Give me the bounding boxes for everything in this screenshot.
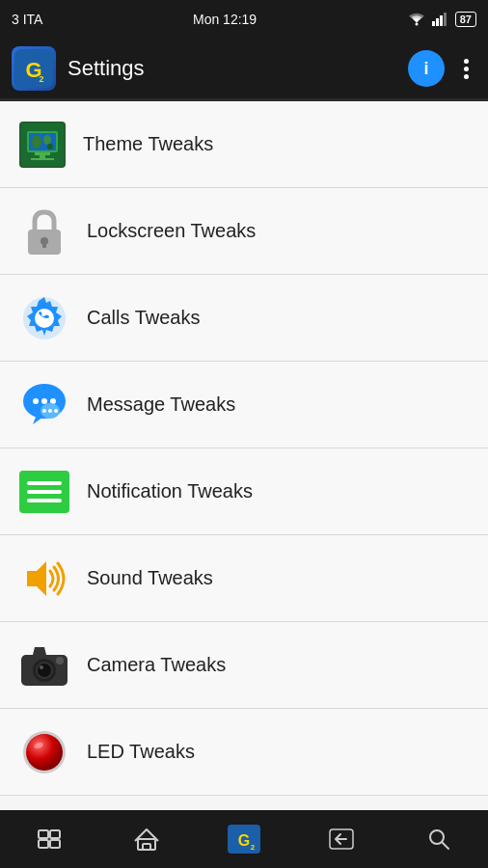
- svg-point-11: [32, 135, 41, 149]
- status-icons: 87: [407, 11, 476, 29]
- nav-home[interactable]: [97, 810, 195, 868]
- svg-point-36: [40, 665, 43, 669]
- overflow-dot: [464, 74, 469, 79]
- svg-rect-2: [436, 18, 439, 26]
- theme-icon: [19, 122, 66, 168]
- calls-icon: [19, 293, 69, 343]
- menu-label-camera: Camera Tweaks: [87, 654, 226, 676]
- menu-label-notification: Notification Tweaks: [87, 480, 253, 502]
- menu-item-notification[interactable]: Notification Tweaks: [0, 448, 488, 535]
- info-button[interactable]: i: [408, 50, 445, 87]
- overflow-dot: [464, 59, 469, 64]
- svg-line-52: [442, 842, 448, 849]
- svg-rect-1: [432, 21, 435, 26]
- overflow-dot: [464, 67, 469, 71]
- app-title: Settings: [68, 56, 396, 81]
- overflow-menu-button[interactable]: [456, 55, 476, 83]
- svg-rect-46: [143, 844, 150, 850]
- svg-rect-4: [444, 13, 447, 26]
- svg-point-12: [43, 135, 51, 145]
- time-label: Mon 12:19: [193, 12, 257, 27]
- svg-point-29: [48, 409, 52, 413]
- notification-icon: [19, 467, 69, 517]
- nav-recent-apps[interactable]: [0, 810, 97, 868]
- app-bar: G 2 Settings i: [0, 39, 488, 98]
- battery-badge: 87: [455, 12, 476, 27]
- wifi-icon: [407, 11, 426, 29]
- menu-item-message[interactable]: Message Tweaks: [0, 362, 488, 448]
- notif-line-1: [27, 481, 62, 485]
- svg-rect-3: [440, 15, 443, 26]
- message-icon: [19, 380, 69, 430]
- sound-icon: [19, 554, 69, 604]
- svg-rect-43: [39, 840, 48, 848]
- nav-back[interactable]: [293, 810, 391, 868]
- nav-search[interactable]: [391, 810, 488, 868]
- svg-point-35: [38, 664, 51, 677]
- svg-point-39: [26, 734, 63, 771]
- menu-item-led[interactable]: LED Tweaks: [0, 709, 488, 796]
- menu-label-message: Message Tweaks: [87, 393, 235, 416]
- main-content: Theme Tweaks Lockscreen Tweaks: [0, 101, 488, 810]
- notif-line-3: [27, 499, 62, 502]
- notif-line-2: [27, 490, 62, 494]
- status-bar: 3 ITA Mon 12:19 87: [0, 0, 488, 39]
- svg-rect-14: [35, 152, 50, 155]
- svg-point-37: [56, 657, 64, 665]
- svg-point-30: [54, 409, 58, 413]
- svg-point-25: [41, 398, 47, 404]
- lockscreen-icon: [19, 206, 69, 257]
- bottom-nav: G 2: [0, 810, 488, 868]
- svg-rect-44: [50, 840, 60, 848]
- led-icon: [19, 727, 69, 777]
- menu-label-lockscreen: Lockscreen Tweaks: [87, 220, 256, 242]
- svg-marker-31: [27, 561, 46, 596]
- svg-rect-15: [40, 155, 45, 158]
- menu-item-calls[interactable]: Calls Tweaks: [0, 275, 488, 362]
- menu-item-theme[interactable]: Theme Tweaks: [0, 101, 488, 188]
- app-logo: G 2: [12, 46, 56, 91]
- menu-label-calls: Calls Tweaks: [87, 307, 200, 329]
- svg-rect-41: [39, 830, 48, 838]
- svg-point-0: [415, 22, 418, 25]
- menu-item-camera[interactable]: Camera Tweaks: [0, 622, 488, 709]
- menu-label-theme: Theme Tweaks: [83, 133, 213, 155]
- svg-point-28: [42, 409, 46, 413]
- svg-text:2: 2: [39, 74, 43, 84]
- svg-text:2: 2: [251, 843, 256, 852]
- nav-g2-logo[interactable]: G 2: [195, 810, 292, 868]
- carrier-label: 3 ITA: [12, 12, 42, 27]
- svg-rect-19: [42, 241, 46, 248]
- menu-item-sound[interactable]: Sound Tweaks: [0, 535, 488, 622]
- svg-rect-42: [50, 830, 60, 838]
- svg-point-21: [35, 309, 54, 328]
- menu-label-sound: Sound Tweaks: [87, 567, 213, 589]
- menu-label-led: LED Tweaks: [87, 741, 195, 763]
- menu-item-lockscreen[interactable]: Lockscreen Tweaks: [0, 188, 488, 275]
- camera-icon: [19, 640, 69, 691]
- svg-rect-16: [31, 158, 54, 160]
- svg-point-24: [33, 398, 39, 404]
- svg-point-13: [47, 144, 53, 149]
- svg-text:G: G: [238, 832, 250, 849]
- signal-icon: [432, 11, 449, 29]
